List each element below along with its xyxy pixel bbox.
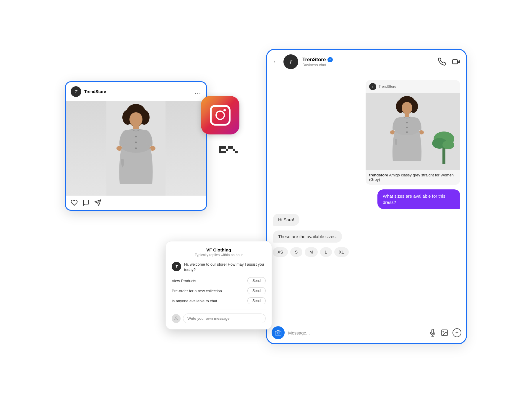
product-card-caption: trendstore Amigo classy grey straight fo…: [366, 170, 460, 185]
svg-rect-1: [221, 146, 223, 149]
chat-header-avatar: T: [283, 54, 298, 69]
main-container: T TrendStore ...: [0, 0, 532, 393]
quick-reply-label-2: Pre-order for a new collection: [172, 289, 222, 293]
camera-button[interactable]: [272, 326, 285, 339]
gallery-icon[interactable]: [441, 329, 448, 337]
chat-messages-area: T TrendStore: [267, 74, 466, 322]
svg-point-18: [129, 112, 142, 126]
svg-point-42: [406, 122, 408, 124]
size-chip-xl[interactable]: XL: [334, 247, 349, 257]
product-card: T TrendStore: [366, 80, 460, 185]
heart-icon[interactable]: [71, 199, 78, 206]
quick-reply-label-1: View Products: [172, 279, 196, 283]
share-icon[interactable]: [94, 199, 101, 206]
size-chip-m[interactable]: M: [305, 247, 318, 257]
svg-point-27: [175, 317, 177, 318]
chat-message-input[interactable]: [183, 314, 266, 323]
svg-point-51: [443, 331, 444, 332]
plus-button[interactable]: +: [452, 328, 461, 337]
instagram-post-card: T TrendStore ...: [65, 81, 207, 211]
instagram-icon[interactable]: [201, 96, 239, 134]
verified-badge: ✓: [327, 57, 333, 62]
chat-overlay-subtitle: Typically replies within an hour: [172, 253, 266, 257]
post-image: Send Message: [66, 101, 206, 196]
chat-header-name: TrenStore ✓: [302, 57, 434, 63]
product-image-illustration: [366, 93, 460, 170]
quick-reply-label-3: Is anyone available to chat: [172, 299, 217, 303]
messenger-chat-panel: ← T TrenStore ✓ Business chat: [266, 49, 467, 344]
svg-point-35: [442, 140, 454, 149]
svg-rect-6: [223, 151, 226, 153]
svg-point-40: [402, 102, 412, 114]
left-section: T TrendStore ...: [65, 64, 248, 329]
svg-rect-7: [226, 149, 228, 151]
svg-rect-0: [219, 146, 221, 149]
chat-overlay: VF Clothing Typically replies within an …: [166, 241, 272, 329]
cursor-decoration: [219, 146, 242, 165]
post-header-left: T TrendStore: [71, 86, 106, 97]
bot-message-1: Hi Sara!: [273, 214, 299, 226]
chat-header: ← T TrenStore ✓ Business chat: [267, 50, 466, 74]
chat-input-bar: +: [267, 322, 466, 343]
chat-welcome-text: Hi, welcome to our store! How may I assi…: [184, 262, 266, 272]
svg-point-22: [135, 147, 137, 149]
post-more-icon[interactable]: ...: [194, 88, 201, 95]
phone-icon[interactable]: [438, 58, 446, 66]
quick-reply-send-2[interactable]: Send: [247, 287, 266, 294]
svg-rect-8: [228, 146, 231, 149]
product-card-image: [366, 93, 460, 170]
svg-point-20: [135, 136, 137, 137]
svg-rect-5: [221, 151, 223, 153]
chat-header-status: Business chat: [302, 63, 434, 67]
input-actions: +: [429, 328, 461, 337]
product-card-avatar: T: [369, 83, 376, 90]
chat-overlay-title: VF Clothing: [172, 247, 266, 252]
svg-point-44: [406, 131, 408, 133]
svg-rect-3: [219, 149, 221, 151]
svg-rect-2: [223, 146, 226, 149]
message-input[interactable]: [288, 330, 425, 335]
size-chips-container: XS S M L XL: [273, 247, 349, 257]
size-chip-l[interactable]: L: [320, 247, 332, 257]
chat-header-actions: [438, 58, 460, 66]
svg-rect-9: [231, 146, 233, 149]
size-chip-xs[interactable]: XS: [273, 247, 288, 257]
quick-reply-send-3[interactable]: Send: [247, 297, 266, 304]
post-header: T TrendStore ...: [66, 82, 206, 101]
quick-reply-row-3: Is anyone available to chat Send: [172, 297, 266, 304]
post-avatar: T: [71, 86, 81, 97]
comment-icon[interactable]: [82, 199, 90, 206]
quick-reply-row-2: Pre-order for a new collection Send: [172, 287, 266, 294]
svg-rect-10: [233, 149, 235, 151]
post-actions: [66, 196, 206, 210]
bot-message-2: These are the available sizes.: [273, 230, 342, 243]
svg-point-21: [135, 142, 137, 143]
svg-rect-4: [219, 151, 221, 153]
svg-point-43: [406, 127, 408, 128]
video-icon[interactable]: [452, 58, 460, 66]
woman-illustration: [106, 101, 166, 196]
product-brand: trendstore: [369, 173, 388, 177]
size-chip-s[interactable]: S: [290, 247, 302, 257]
chat-quick-replies: View Products Send Pre-order for a new c…: [172, 277, 266, 304]
svg-rect-11: [235, 151, 238, 153]
svg-point-47: [277, 332, 279, 334]
chat-user-placeholder-icon: [172, 314, 181, 323]
product-card-header: T TrendStore: [366, 80, 460, 93]
product-card-sender: TrendStore: [379, 85, 396, 89]
microphone-icon[interactable]: [429, 329, 437, 337]
post-username: TrendStore: [84, 89, 106, 94]
quick-reply-send-1[interactable]: Send: [247, 277, 266, 284]
quick-reply-row-1: View Products Send: [172, 277, 266, 284]
chat-welcome-message: T Hi, welcome to our store! How may I as…: [172, 262, 266, 272]
chat-avatar-small: T: [172, 262, 181, 271]
back-button[interactable]: ←: [273, 58, 279, 66]
chat-overlay-header: VF Clothing Typically replies within an …: [172, 247, 266, 257]
user-message-1: What sizes are available for this dress?: [377, 189, 460, 209]
chat-input-row: [172, 309, 266, 323]
chat-header-info: TrenStore ✓ Business chat: [302, 57, 434, 67]
